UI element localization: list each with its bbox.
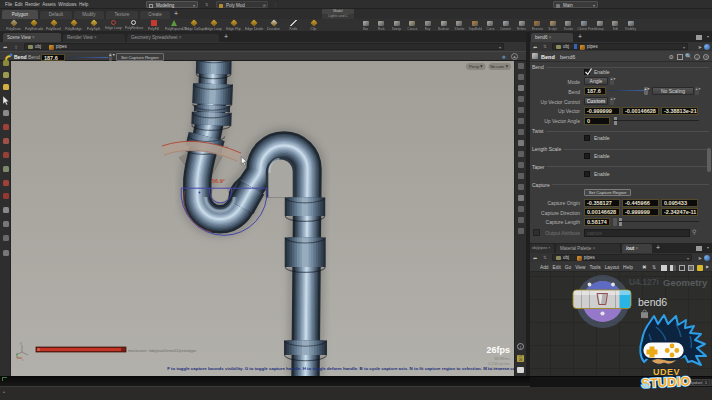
svg-text:mockusert: /obj/prati2emn01/p: mockusert: /obj/prati2emn01/prototype <box>128 348 197 353</box>
svg-text:bend6: bend6 <box>638 296 667 308</box>
svg-text:No cam: No cam <box>490 64 503 69</box>
svg-text:F to toggle capture bounds vis: F to toggle capture bounds visibility. G… <box>167 366 514 371</box>
svg-text:26fps: 26fps <box>486 345 510 355</box>
svg-text:Persp: Persp <box>469 64 479 69</box>
svg-text:56.9°: 56.9° <box>212 178 225 184</box>
svg-text:y: y <box>20 341 22 345</box>
svg-text:U4.127i: U4.127i <box>629 277 659 287</box>
svg-text:Geometry: Geometry <box>663 277 708 288</box>
